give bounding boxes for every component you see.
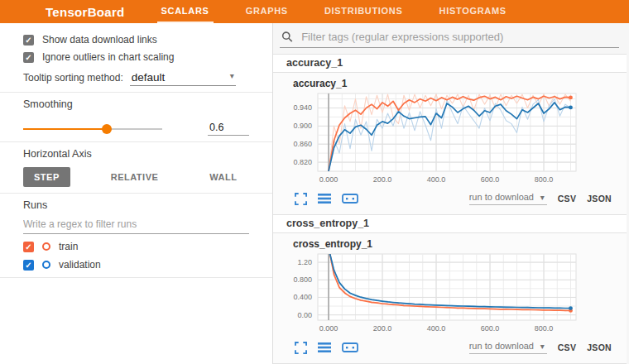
toggle-y-axis-icon[interactable]	[318, 342, 331, 353]
toggle-y-axis-icon[interactable]	[318, 193, 331, 204]
filter-tags-bar	[280, 30, 619, 48]
axis-step-button[interactable]: STEP	[23, 167, 70, 187]
expand-chart-icon[interactable]	[295, 193, 307, 205]
show-download-links-checkbox[interactable]: ✓ Show data download links	[23, 34, 249, 46]
divider	[0, 92, 272, 93]
run-color-circle-icon	[42, 242, 50, 251]
tooltip-sorting-row: Tooltip sorting method: default ▾	[23, 71, 249, 86]
smoothing-section: Smoothing 0.6	[0, 98, 272, 136]
expand-chart-icon[interactable]	[295, 342, 307, 354]
svg-text:0.940: 0.940	[293, 103, 312, 112]
main-panel: accuracy_1 accuracy_1 0.8200.8600.9000.9…	[273, 23, 629, 364]
data-selector-icon[interactable]	[342, 342, 358, 353]
section-header-cross-entropy[interactable]: cross_entropy_1	[273, 214, 627, 233]
divider	[0, 193, 272, 194]
svg-text:0.800: 0.800	[293, 275, 312, 284]
chevron-down-icon: ▾	[540, 342, 545, 351]
checkbox-label: Ignore outliers in chart scaling	[42, 51, 174, 63]
checkbox-label: Show data download links	[42, 34, 157, 46]
smoothing-value-field[interactable]: 0.6	[208, 122, 249, 136]
axis-wall-button[interactable]: WALL	[199, 167, 247, 187]
svg-text:400.0: 400.0	[427, 324, 446, 333]
svg-text:0.00: 0.00	[297, 311, 312, 319]
svg-text:1.20: 1.20	[297, 258, 312, 266]
tooltip-sorting-value: default	[132, 71, 166, 84]
run-to-download-select[interactable]: run to download ▾	[469, 341, 547, 354]
run-checkbox-checked-icon[interactable]: ✓	[23, 242, 34, 252]
search-icon	[281, 31, 293, 43]
accuracy-line-chart[interactable]: 0.8200.8600.9000.9400.000200.0400.0600.0…	[280, 89, 627, 189]
svg-text:0.000: 0.000	[319, 324, 339, 333]
content: ✓ Show data download links ✓ Ignore outl…	[0, 23, 629, 364]
svg-text:200.0: 200.0	[373, 324, 392, 333]
run-checkbox-checked-icon[interactable]: ✓	[23, 260, 34, 271]
tooltip-sorting-label: Tooltip sorting method:	[23, 72, 123, 84]
svg-text:800.0: 800.0	[535, 324, 554, 333]
csv-download-link[interactable]: CSV	[558, 342, 577, 352]
run-to-download-select[interactable]: run to download ▾	[469, 192, 547, 205]
horizontal-axis-label: Horizontal Axis	[23, 148, 249, 160]
cross-entropy-line-chart[interactable]: 0.000.4000.8001.200.000200.0400.0600.080…	[280, 250, 627, 338]
checkbox-checked-icon: ✓	[23, 35, 34, 46]
smoothing-slider-row: 0.6	[23, 122, 249, 136]
chart-toolbar: run to download ▾ CSV JSON	[295, 338, 612, 357]
runs-section: Runs ✓ train ✓ validation	[0, 199, 272, 271]
top-nav: SCALARS GRAPHS DISTRIBUTIONS HISTOGRAMS	[143, 0, 525, 23]
run-item-validation[interactable]: ✓ validation	[23, 259, 249, 271]
divider	[0, 277, 272, 278]
general-settings-section: ✓ Show data download links ✓ Ignore outl…	[0, 34, 272, 86]
chart-title: cross_entropy_1	[293, 238, 627, 250]
run-item-train[interactable]: ✓ train	[23, 241, 249, 252]
smoothing-slider[interactable]	[23, 128, 162, 130]
app-header: TensorBoard SCALARS GRAPHS DISTRIBUTIONS…	[0, 0, 629, 23]
sidebar: ✓ Show data download links ✓ Ignore outl…	[0, 23, 273, 364]
runs-regex-input[interactable]	[23, 216, 249, 234]
svg-text:0.900: 0.900	[293, 122, 312, 130]
chevron-down-icon: ▾	[540, 193, 545, 202]
run-label: validation	[59, 259, 101, 271]
svg-text:800.0: 800.0	[535, 175, 554, 184]
axis-relative-button[interactable]: RELATIVE	[100, 167, 170, 187]
svg-text:600.0: 600.0	[481, 175, 500, 184]
tab-scalars[interactable]: SCALARS	[157, 0, 214, 23]
csv-download-link[interactable]: CSV	[558, 194, 577, 204]
horizontal-axis-section: Horizontal Axis STEP RELATIVE WALL	[0, 148, 272, 187]
run-color-circle-icon	[42, 261, 50, 269]
json-download-link[interactable]: JSON	[587, 342, 612, 352]
svg-text:200.0: 200.0	[373, 175, 392, 184]
section-title: cross_entropy_1	[286, 218, 369, 229]
svg-text:600.0: 600.0	[481, 324, 500, 333]
chart-card-accuracy: accuracy_1 0.8200.8600.9000.9400.000200.…	[273, 73, 627, 214]
divider	[0, 141, 272, 142]
runs-label: Runs	[23, 199, 249, 211]
slider-knob[interactable]	[102, 124, 112, 134]
svg-text:400.0: 400.0	[427, 175, 446, 184]
tab-histograms[interactable]: HISTOGRAMS	[435, 0, 511, 23]
svg-text:0.860: 0.860	[293, 140, 312, 148]
svg-text:0.820: 0.820	[293, 158, 312, 166]
chart-title: accuracy_1	[293, 78, 627, 89]
chart-toolbar: run to download ▾ CSV JSON	[295, 189, 612, 208]
run-to-download-label: run to download	[469, 341, 534, 351]
horizontal-axis-options: STEP RELATIVE WALL	[23, 167, 249, 187]
slider-fill	[23, 128, 107, 130]
smoothing-label: Smoothing	[23, 98, 249, 110]
tooltip-sorting-select[interactable]: default ▾	[130, 71, 236, 86]
filter-tags-input[interactable]	[300, 30, 619, 44]
section-header-accuracy[interactable]: accuracy_1	[273, 54, 627, 73]
json-download-link[interactable]: JSON	[587, 194, 612, 204]
chart-card-cross-entropy: cross_entropy_1 0.000.4000.8001.200.0002…	[273, 233, 627, 363]
ignore-outliers-checkbox[interactable]: ✓ Ignore outliers in chart scaling	[23, 51, 249, 63]
app-title: TensorBoard	[46, 5, 125, 19]
section-title: accuracy_1	[286, 57, 343, 69]
checkbox-checked-icon: ✓	[23, 52, 34, 63]
data-selector-icon[interactable]	[342, 193, 358, 204]
tab-distributions[interactable]: DISTRIBUTIONS	[320, 0, 407, 23]
chevron-down-icon: ▾	[230, 71, 234, 84]
tensorboard-app: TensorBoard SCALARS GRAPHS DISTRIBUTIONS…	[0, 0, 629, 364]
run-to-download-label: run to download	[469, 192, 534, 202]
svg-text:0.000: 0.000	[319, 175, 339, 184]
svg-text:0.400: 0.400	[293, 293, 312, 301]
run-label: train	[59, 241, 78, 252]
tab-graphs[interactable]: GRAPHS	[242, 0, 292, 23]
